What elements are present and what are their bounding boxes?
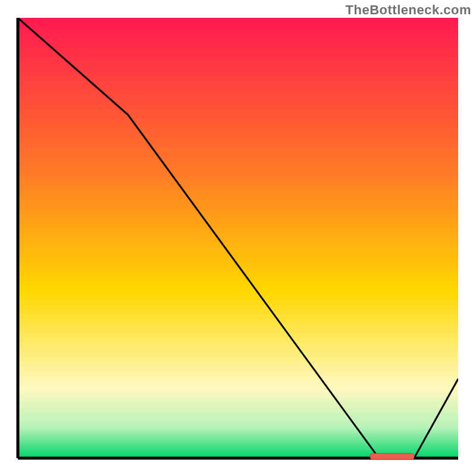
optimum-marker [370,453,414,459]
chart-container: TheBottleneck.com [0,0,476,476]
optimum-marker-pill [370,453,414,459]
plot-background [18,18,458,458]
chart-svg [0,0,476,476]
